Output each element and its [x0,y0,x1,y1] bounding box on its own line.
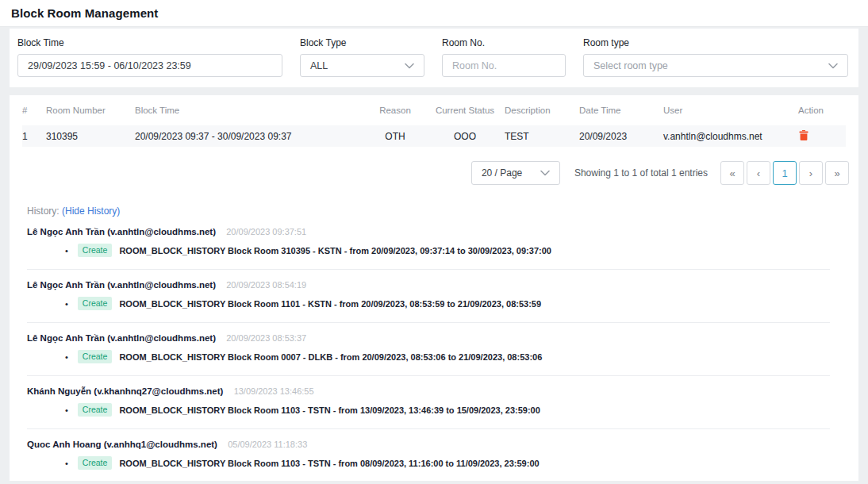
last-page-button[interactable]: » [825,161,849,185]
col-date-time: Date Time [579,106,663,115]
col-action: Action [798,106,846,115]
block-type-value: ALL [310,60,328,71]
cell-room-number: 310395 [46,131,135,142]
history-user: Lê Ngọc Anh Trần (v.anhtln@cloudhms.net) [27,333,216,343]
block-time-input[interactable] [17,54,282,77]
history-entry: Quoc Anh Hoang (v.anhhq1@cloudhms.net) 0… [27,429,830,481]
col-room-number: Room Number [46,106,135,115]
cell-user: v.anhtln@cloudhms.net [663,131,798,142]
cell-current-status: OOO [425,131,505,142]
history-user: Khánh Nguyễn (v.khanhnq27@cloudhms.net) [27,386,223,396]
cell-block-time: 20/09/2023 09:37 - 30/09/2023 09:37 [135,131,365,142]
filter-block-type: Block Type ALL [300,37,424,77]
block-type-select[interactable]: ALL [300,54,424,77]
create-badge: Create [78,403,113,417]
history-entry: Lê Ngọc Anh Trần (v.anhtln@cloudhms.net)… [27,323,830,376]
block-room-table: # Room Number Block Time Reason Current … [10,95,858,147]
history-timestamp: 20/09/2023 08:54:19 [226,280,306,290]
room-no-label: Room No. [442,37,566,48]
pagination-bar: 20 / Page Showing 1 to 1 of total 1 entr… [10,161,849,185]
table-row: 1 310395 20/09/2023 09:37 - 30/09/2023 0… [22,125,846,147]
col-current-status: Current Status [425,106,505,115]
page-title: Block Room Management [11,6,158,20]
room-type-placeholder: Select room type [593,60,668,71]
history-timestamp: 05/09/2023 11:18:33 [228,440,307,449]
results-panel: # Room Number Block Time Reason Current … [10,95,858,481]
filter-panel: Block Time Block Type ALL Room No. Room … [10,29,858,87]
pagination-summary: Showing 1 to 1 of total 1 entries [574,167,708,179]
block-time-label: Block Time [17,37,282,48]
prev-page-button[interactable]: ‹ [747,161,770,185]
main-content: Block Time Block Type ALL Room No. Room … [0,27,868,481]
history-label: History: [27,206,60,217]
history-timestamp: 20/09/2023 08:53:37 [226,333,306,343]
history-detail: ROOM_BLOCK_HISTORY Block Room 1103 - TST… [119,459,539,468]
history-detail: ROOM_BLOCK_HISTORY Block Room 310395 - K… [119,246,551,255]
history-user: Quoc Anh Hoang (v.anhhq1@cloudhms.net) [27,440,217,449]
history-timestamp: 20/09/2023 09:37:51 [226,227,306,236]
create-badge: Create [78,456,113,470]
chevron-down-icon [828,63,838,69]
col-reason: Reason [365,106,425,115]
col-description: Description [505,106,579,115]
history-header: History: (Hide History) [27,206,830,217]
table-header-row: # Room Number Block Time Reason Current … [22,95,846,125]
page-size-value: 20 / Page [482,167,522,179]
filter-room-no: Room No. [442,37,566,77]
history-user: Lê Ngọc Anh Trần (v.anhtln@cloudhms.net) [27,280,216,290]
history-detail: ROOM_BLOCK_HISTORY Block Room 0007 - DLK… [119,352,542,362]
page-size-select[interactable]: 20 / Page [471,161,560,185]
create-badge: Create [78,297,113,310]
cell-date-time: 20/09/2023 [579,131,663,142]
room-type-label: Room type [583,37,848,48]
col-index: # [22,106,46,115]
create-badge: Create [78,244,113,257]
history-timestamp: 13/09/2023 13:46:55 [234,386,314,396]
cell-index: 1 [22,131,46,142]
create-badge: Create [78,350,113,363]
chevron-down-icon [405,63,414,69]
history-section: History: (Hide History) Lê Ngọc Anh Trần… [27,206,830,481]
hide-history-link[interactable]: (Hide History) [62,206,120,217]
room-no-input[interactable] [442,54,566,77]
page-1-button[interactable]: 1 [773,161,797,185]
filter-room-type: Room type Select room type [583,37,848,77]
page-header: Block Room Management [0,0,868,27]
history-user: Lê Ngọc Anh Trần (v.anhtln@cloudhms.net) [27,227,216,236]
filter-block-time: Block Time [17,37,282,77]
cell-action [798,129,846,144]
history-detail: ROOM_BLOCK_HISTORY Block Room 1101 - KST… [119,299,541,309]
block-type-label: Block Type [300,37,424,48]
next-page-button[interactable]: › [799,161,823,185]
first-page-button[interactable]: « [720,161,744,185]
trash-icon [798,129,809,144]
history-entry: Lê Ngọc Anh Trần (v.anhtln@cloudhms.net)… [27,270,830,323]
history-detail: ROOM_BLOCK_HISTORY Block Room 1103 - TST… [119,405,540,415]
history-entry: Lê Ngọc Anh Trần (v.anhtln@cloudhms.net)… [27,217,830,270]
chevron-down-icon [540,170,550,176]
col-block-time: Block Time [135,106,365,115]
pagination-buttons: « ‹ 1 › » [720,161,849,185]
col-user: User [663,106,798,115]
cell-description: TEST [505,131,579,142]
delete-button[interactable] [798,129,809,144]
cell-reason: OTH [365,131,425,142]
history-entry: Khánh Nguyễn (v.khanhnq27@cloudhms.net) … [27,376,830,429]
room-type-select[interactable]: Select room type [583,54,848,77]
